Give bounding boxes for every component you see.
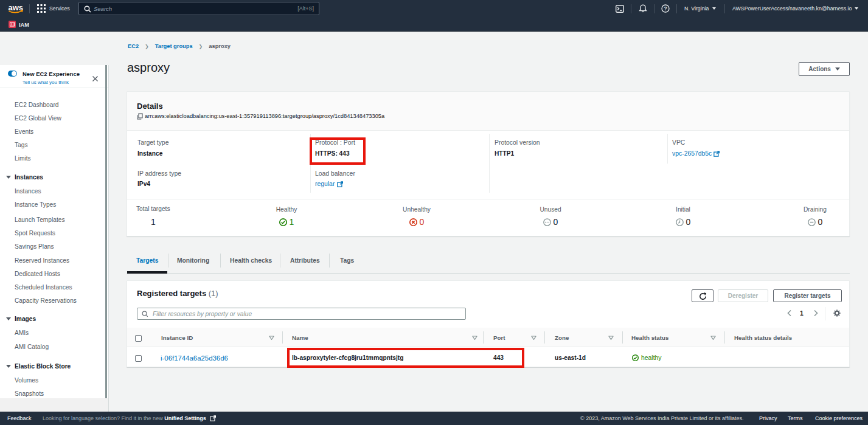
svg-text:?: ? xyxy=(664,5,667,12)
